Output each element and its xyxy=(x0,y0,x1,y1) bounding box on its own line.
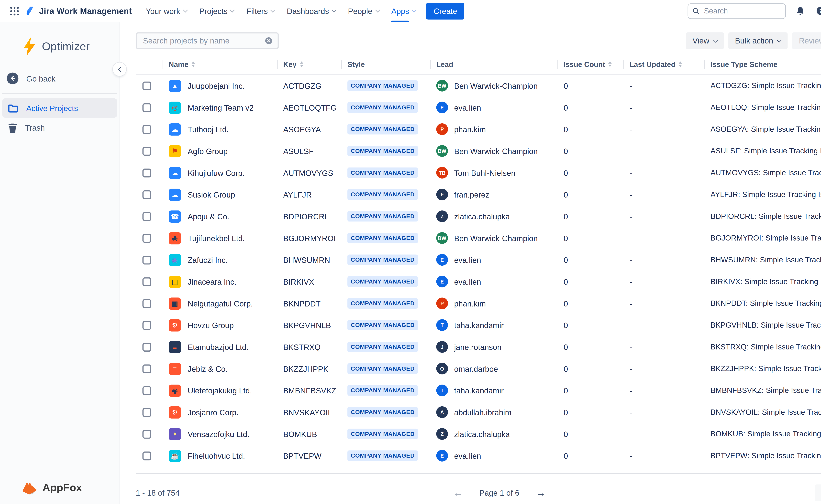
style-badge: COMPANY MANAGED xyxy=(347,342,418,352)
row-checkbox[interactable] xyxy=(142,299,151,308)
issue-count: 0 xyxy=(563,103,568,112)
style-badge: COMPANY MANAGED xyxy=(347,211,418,221)
global-search[interactable] xyxy=(688,3,786,19)
help-button[interactable]: ? xyxy=(814,4,821,18)
row-checkbox[interactable] xyxy=(142,321,151,329)
lead-name: eva.lien xyxy=(454,277,481,286)
lead-name: Ben Warwick-Champion xyxy=(454,147,538,155)
column-header-last-updated[interactable]: Last Updated xyxy=(623,59,704,70)
row-checkbox[interactable] xyxy=(142,234,151,242)
table-row: ▤Jinaceara Inc. BIRKIVX COMPANY MANAGED … xyxy=(136,271,821,293)
row-checkbox[interactable] xyxy=(142,277,151,286)
project-key: BKPGVHNLB xyxy=(283,321,331,329)
last-updated: - xyxy=(630,234,632,242)
nav-item-label: Projects xyxy=(199,6,228,15)
row-checkbox[interactable] xyxy=(142,147,151,155)
navbar-right-controls: ? ⚙ JR xyxy=(688,3,821,19)
grid-icon xyxy=(9,5,20,16)
jira-home-link[interactable]: Jira Work Management xyxy=(25,6,132,16)
issue-type-scheme: BMBNFBSVKZ: Simple Issue Track... xyxy=(711,386,821,395)
nav-item-people[interactable]: People xyxy=(342,0,385,22)
review-changes-button[interactable]: Review changes xyxy=(792,32,821,49)
row-checkbox[interactable] xyxy=(142,408,151,417)
project-key: AEOTLOQTFG xyxy=(283,103,337,112)
lead-avatar: P xyxy=(436,297,448,309)
project-name: Tujifunekbel Ltd. xyxy=(188,234,245,242)
create-button[interactable]: Create xyxy=(426,2,464,19)
table-row: ▲Juupobejani Inc. ACTDGZG COMPANY MANAGE… xyxy=(136,75,821,97)
last-updated: - xyxy=(630,364,632,373)
project-key: BPTVEPW xyxy=(283,451,322,460)
last-updated: - xyxy=(630,255,632,264)
issue-type-scheme: BKPGVHNLB: Simple Issue Tracki... xyxy=(711,321,821,329)
style-badge: COMPANY MANAGED xyxy=(347,276,418,287)
row-checkbox[interactable] xyxy=(142,451,151,460)
row-checkbox[interactable] xyxy=(142,103,151,112)
row-checkbox[interactable] xyxy=(142,190,151,199)
row-checkbox[interactable] xyxy=(142,364,151,373)
wallet-icon: ▤ xyxy=(168,275,181,288)
bulk-action-button[interactable]: Bulk action xyxy=(728,32,788,49)
prev-page-arrow-icon[interactable]: ← xyxy=(453,488,463,498)
row-checkbox[interactable] xyxy=(142,386,151,395)
view-button[interactable]: View xyxy=(686,32,724,49)
issue-type-scheme: BNVSKAYOIL: Simple Issue Tracki... xyxy=(711,408,821,416)
issue-type-scheme: BKSTRXQ: Simple Issue Tracking I... xyxy=(711,343,821,351)
crystal-ball-icon: ◉ xyxy=(168,254,181,266)
appfox-brand: AppFox xyxy=(21,481,82,495)
row-checkbox[interactable] xyxy=(142,255,151,264)
chevron-down-icon xyxy=(412,8,417,12)
style-badge: COMPANY MANAGED xyxy=(347,363,418,374)
chevron-left-icon xyxy=(117,67,122,72)
project-name: Marketing Team v2 xyxy=(188,103,254,112)
next-page-arrow-icon[interactable]: → xyxy=(536,488,546,498)
lead-avatar: Z xyxy=(436,428,448,440)
column-header-issue-count[interactable]: Issue Count xyxy=(557,59,623,70)
lead-avatar: Z xyxy=(436,210,448,222)
issue-type-scheme: AEOTLOQ: Simple Issue Tracking I... xyxy=(711,103,821,112)
row-checkbox[interactable] xyxy=(142,430,151,438)
project-search[interactable] xyxy=(136,32,279,49)
project-key: BGJORMYROI xyxy=(283,234,336,242)
sidebar-collapse-button[interactable] xyxy=(113,63,126,76)
table-row: ≡Jebiz & Co. BKZZJHPPK COMPANY MANAGED O… xyxy=(136,358,821,380)
table-row: ⚑Agfo Group ASULSF COMPANY MANAGED BWBen… xyxy=(136,140,821,162)
project-key: BHWSUMRN xyxy=(283,255,330,264)
lead-name: taha.kandamir xyxy=(454,321,504,329)
issue-count: 0 xyxy=(563,125,568,134)
nav-item-dashboards[interactable]: Dashboards xyxy=(281,0,342,22)
project-key: BIRKIVX xyxy=(283,277,314,286)
clear-search-icon[interactable] xyxy=(265,37,273,45)
global-search-input[interactable] xyxy=(703,6,781,16)
project-key: BDPIORCRL xyxy=(283,212,329,221)
nav-item-your-work[interactable]: Your work xyxy=(139,0,193,22)
sort-arrows-icon xyxy=(192,61,195,67)
search-icon xyxy=(693,7,700,15)
issue-count: 0 xyxy=(563,321,568,329)
nav-item-filters[interactable]: Filters xyxy=(241,0,281,22)
last-updated: - xyxy=(630,451,632,460)
project-name: Etamubazjod Ltd. xyxy=(188,342,249,351)
export-button[interactable]: Export xyxy=(815,484,821,501)
project-search-input[interactable] xyxy=(142,36,262,46)
nav-item-apps[interactable]: Apps xyxy=(385,0,422,22)
chevron-down-icon xyxy=(375,8,380,12)
sidebar-item-active-projects[interactable]: Active Projects xyxy=(2,98,117,118)
nav-item-label: Your work xyxy=(146,6,180,15)
row-checkbox[interactable] xyxy=(142,81,151,90)
chevron-down-icon xyxy=(713,38,718,42)
row-checkbox[interactable] xyxy=(142,342,151,351)
style-badge: COMPANY MANAGED xyxy=(347,320,418,330)
sidebar-item-trash[interactable]: Trash xyxy=(2,118,117,138)
row-checkbox[interactable] xyxy=(142,125,151,134)
last-updated: - xyxy=(630,168,632,177)
row-checkbox[interactable] xyxy=(142,168,151,177)
app-switcher-icon[interactable] xyxy=(7,3,22,19)
row-checkbox[interactable] xyxy=(142,212,151,221)
column-header-name[interactable]: Name xyxy=(162,59,277,70)
go-back-button[interactable]: Go back xyxy=(0,69,119,88)
notifications-button[interactable] xyxy=(793,4,807,18)
column-header-key[interactable]: Key xyxy=(277,59,341,70)
table-row: ◉Uletefojakukig Ltd. BMBNFBSVKZ COMPANY … xyxy=(136,379,821,401)
nav-item-projects[interactable]: Projects xyxy=(193,0,241,22)
